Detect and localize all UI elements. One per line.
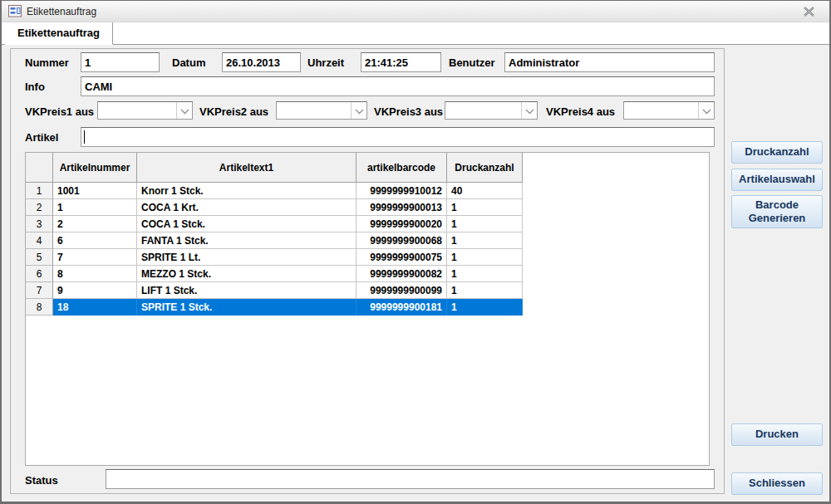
cell-artikeltext1[interactable]: SPRITE 1 Stck.: [137, 299, 356, 316]
table-row[interactable]: 21COCA 1 Krt.99999999000131: [26, 199, 523, 216]
chevron-down-icon: [525, 103, 534, 118]
tab-bar: Etikettenauftrag: [2, 22, 829, 45]
cell-artikeltext1[interactable]: Knorr 1 Stck.: [137, 183, 356, 199]
table-row[interactable]: 57SPRITE 1 Lt.99999999000751: [26, 249, 523, 266]
vkpreis3-dropdown-button[interactable]: [521, 102, 537, 119]
schliessen-button[interactable]: Schliessen: [731, 472, 823, 495]
druckanzahl-button[interactable]: Druckanzahl: [731, 141, 823, 164]
cell-artikelbarcode[interactable]: 9999999910012: [356, 183, 447, 199]
corner-header[interactable]: [26, 153, 53, 183]
column-header-artikelnummer[interactable]: Artikelnummer: [53, 153, 137, 183]
row-selector[interactable]: 6: [26, 266, 53, 282]
table-row[interactable]: 68MEZZO 1 Stck.99999999000821: [26, 266, 523, 282]
cell-artikeltext1[interactable]: LIFT 1 Stck.: [137, 282, 356, 299]
barcode-generieren-button[interactable]: Barcode Generieren: [731, 195, 823, 228]
cell-artikeltext1[interactable]: MEZZO 1 Stck.: [137, 266, 356, 282]
row-selector[interactable]: 4: [26, 232, 53, 249]
table-header: Artikelnummer Artikeltext1 artikelbarcod…: [26, 153, 523, 183]
vkpreis1-value: [98, 102, 176, 119]
cell-artikelnummer[interactable]: 6: [53, 232, 137, 249]
cell-artikelbarcode[interactable]: 9999999900099: [356, 282, 447, 299]
table-row[interactable]: 32COCA 1 Stck.99999999000201: [26, 216, 523, 232]
status-label: Status: [25, 474, 58, 487]
chevron-down-icon: [702, 103, 711, 118]
datasheet: Artikelnummer Artikeltext1 artikelbarcod…: [25, 152, 710, 466]
cell-artikelbarcode[interactable]: 9999999900068: [356, 232, 447, 249]
info-label: Info: [25, 81, 45, 93]
vkpreis4-dropdown-button[interactable]: [698, 102, 714, 119]
cell-artikelbarcode[interactable]: 9999999900020: [356, 216, 447, 232]
cell-druckanzahl[interactable]: 1: [447, 199, 523, 216]
cell-artikelnummer[interactable]: 1001: [53, 183, 137, 199]
cell-druckanzahl[interactable]: 1: [447, 249, 523, 266]
nummer-label: Nummer: [25, 56, 69, 69]
vkpreis4-value: [624, 102, 698, 119]
cell-artikelnummer[interactable]: 1: [53, 199, 137, 216]
row-selector[interactable]: 7: [26, 282, 53, 299]
row-selector[interactable]: 3: [26, 216, 53, 232]
app-window: Etikettenauftrag Etikettenauftrag Nummer…: [0, 0, 831, 504]
drucken-button[interactable]: Drucken: [731, 423, 823, 446]
table-row[interactable]: 46FANTA 1 Stck.99999999000681: [26, 232, 523, 249]
cell-artikelbarcode[interactable]: 9999999900013: [356, 199, 447, 216]
datum-label: Datum: [172, 56, 205, 69]
text-cursor: [84, 130, 85, 144]
cell-artikelbarcode[interactable]: 9999999900082: [356, 266, 447, 282]
datum-field[interactable]: [222, 52, 301, 72]
vkpreis3-label: VKPreis3 aus: [374, 105, 443, 118]
vkpreis1-label: VKPreis1 aus: [25, 105, 94, 118]
row-selector[interactable]: 5: [26, 249, 53, 266]
vkpreis3-value: [445, 102, 521, 119]
cell-artikeltext1[interactable]: COCA 1 Krt.: [137, 199, 356, 216]
cell-druckanzahl[interactable]: 1: [447, 216, 523, 232]
chevron-down-icon: [355, 103, 364, 118]
vkpreis4-select[interactable]: [623, 101, 715, 120]
status-field[interactable]: [106, 469, 715, 489]
cell-artikeltext1[interactable]: SPRITE 1 Lt.: [137, 249, 356, 266]
cell-druckanzahl[interactable]: 40: [447, 183, 523, 199]
cell-artikelbarcode[interactable]: 9999999900075: [356, 249, 447, 266]
cell-druckanzahl[interactable]: 1: [447, 282, 523, 299]
column-header-druckanzahl[interactable]: Druckanzahl: [447, 153, 523, 183]
tab-etikettenauftrag[interactable]: Etikettenauftrag: [5, 22, 113, 45]
table-row[interactable]: 11001Knorr 1 Stck.999999991001240: [26, 183, 523, 199]
row-selector[interactable]: 2: [26, 199, 53, 216]
nummer-field[interactable]: [81, 52, 160, 72]
vkpreis2-value: [277, 102, 351, 119]
cell-druckanzahl[interactable]: 1: [447, 232, 523, 249]
table-body: 11001Knorr 1 Stck.99999999100124021COCA …: [26, 183, 523, 316]
cell-artikelnummer[interactable]: 7: [53, 249, 137, 266]
vkpreis1-dropdown-button[interactable]: [176, 102, 192, 119]
table-row[interactable]: 818SPRITE 1 Stck.99999999001811: [26, 299, 523, 316]
vkpreis2-select[interactable]: [276, 101, 367, 120]
vkpreis3-select[interactable]: [445, 101, 538, 120]
artikelauswahl-button[interactable]: Artikelauswahl: [731, 169, 823, 191]
row-selector[interactable]: 8: [26, 299, 53, 316]
benutzer-label: Benutzer: [449, 56, 495, 69]
cell-druckanzahl[interactable]: 1: [447, 299, 523, 316]
table-row[interactable]: 79LIFT 1 Stck.99999999000991: [26, 282, 523, 299]
artikel-field[interactable]: [81, 127, 715, 147]
form-icon: [8, 5, 22, 17]
row-selector[interactable]: 1: [26, 183, 53, 199]
column-header-artikelbarcode[interactable]: artikelbarcode: [356, 153, 447, 183]
vkpreis1-select[interactable]: [97, 101, 193, 120]
cell-artikelnummer[interactable]: 8: [53, 266, 137, 282]
cell-artikelbarcode[interactable]: 9999999900181: [356, 299, 447, 316]
cell-artikeltext1[interactable]: FANTA 1 Stck.: [137, 232, 356, 249]
vkpreis2-dropdown-button[interactable]: [351, 102, 366, 119]
close-icon[interactable]: [799, 3, 818, 19]
article-table: Artikelnummer Artikeltext1 artikelbarcod…: [26, 153, 523, 316]
benutzer-field[interactable]: [504, 52, 715, 72]
cell-artikelnummer[interactable]: 9: [53, 282, 137, 299]
window-title: Etikettenauftrag: [27, 6, 96, 17]
info-field[interactable]: [81, 76, 715, 96]
uhrzeit-field[interactable]: [361, 52, 441, 72]
column-header-artikeltext1[interactable]: Artikeltext1: [137, 153, 356, 183]
artikel-label: Artikel: [25, 131, 58, 144]
cell-druckanzahl[interactable]: 1: [447, 266, 523, 282]
cell-artikelnummer[interactable]: 18: [53, 299, 137, 316]
cell-artikeltext1[interactable]: COCA 1 Stck.: [137, 216, 356, 232]
vkpreis2-label: VKPreis2 aus: [199, 105, 268, 118]
cell-artikelnummer[interactable]: 2: [53, 216, 137, 232]
